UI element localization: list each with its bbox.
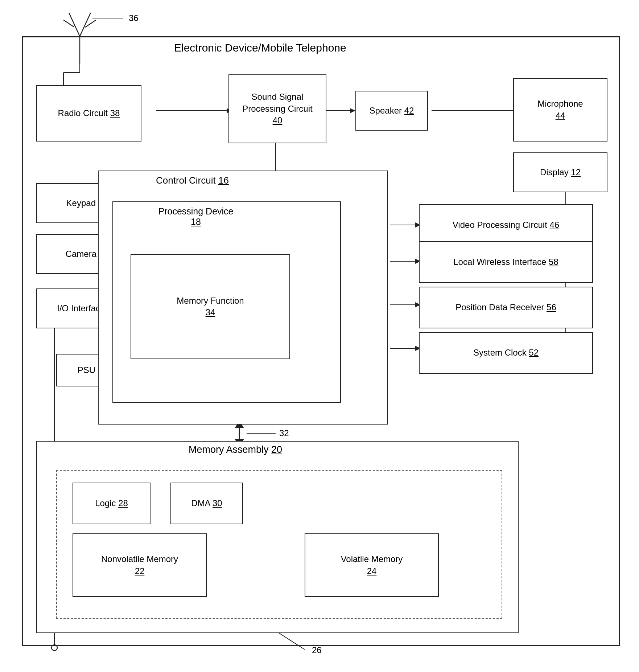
diagram-container: 36 [0,0,639,672]
radio-circuit-box: Radio Circuit 38 [36,85,141,142]
memory-assembly-label: Memory Assembly 20 [189,444,282,455]
logic-box: Logic 28 [73,483,151,524]
memory-function-box: Memory Function 34 [131,254,290,359]
volatile-memory-box: Volatile Memory 24 [305,533,439,597]
speaker-box: Speaker 42 [355,91,428,131]
sound-signal-box: Sound Signal Processing Circuit 40 [228,74,326,143]
microphone-box: Microphone 44 [513,78,607,142]
svg-line-3 [63,20,74,27]
svg-line-1 [69,13,80,36]
position-data-box: Position Data Receiver 56 [419,287,593,328]
processing-device-label: Processing Device 18 [151,206,241,227]
svg-line-2 [80,13,91,36]
outer-title: Electronic Device/Mobile Telephone [174,42,349,54]
nonvolatile-memory-box: Nonvolatile Memory 22 [73,533,207,597]
dma-box: DMA 30 [170,483,243,524]
svg-line-4 [85,20,96,27]
svg-text:26: 26 [312,645,322,655]
system-clock-box: System Clock 52 [419,332,593,374]
control-circuit-label: Control Circuit 16 [156,175,229,186]
svg-text:36: 36 [129,13,139,23]
video-processing-box: Video Processing Circuit 46 [419,204,593,246]
local-wireless-box: Local Wireless Interface 58 [419,241,593,283]
display-box: Display 12 [513,152,607,192]
